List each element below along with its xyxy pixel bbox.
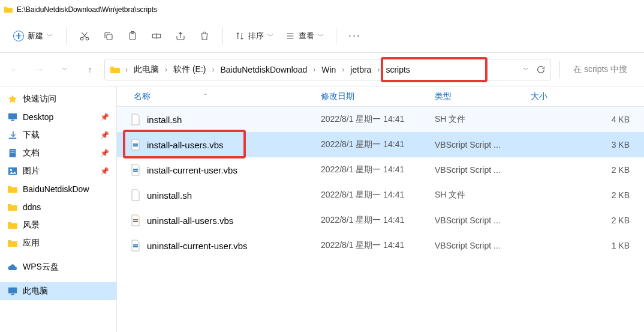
file-type: VBScript Script ... bbox=[435, 140, 531, 149]
breadcrumb-item[interactable]: jetbra bbox=[347, 62, 375, 77]
breadcrumb-item[interactable]: scripts bbox=[382, 62, 413, 77]
breadcrumb-item[interactable]: 此电脑 bbox=[130, 62, 162, 77]
copy-button[interactable] bbox=[98, 25, 119, 47]
file-type: SH 文件 bbox=[435, 114, 531, 125]
svg-rect-6 bbox=[8, 113, 17, 119]
chevron-down-icon: ﹀ bbox=[318, 32, 324, 40]
svg-rect-11 bbox=[10, 152, 14, 152]
file-name: uninstall-all-users.vbs bbox=[147, 216, 233, 226]
file-row[interactable]: uninstall-current-user.vbs2022/8/1 星期一 1… bbox=[117, 233, 644, 258]
chevron-down-icon[interactable]: ﹀ bbox=[523, 65, 529, 74]
download-icon bbox=[7, 130, 18, 140]
pc-icon bbox=[7, 286, 18, 296]
address-bar[interactable]: › 此电脑 › 软件 (E:) › BaiduNetdiskDownload ›… bbox=[104, 59, 551, 80]
file-type: SH 文件 bbox=[435, 190, 531, 201]
cut-button[interactable] bbox=[74, 25, 95, 47]
breadcrumb-item[interactable]: Win bbox=[318, 62, 339, 77]
file-row[interactable]: install-all-users.vbs2022/8/1 星期一 14:41V… bbox=[117, 132, 644, 157]
chevron-right-icon: › bbox=[165, 65, 167, 74]
sidebar-item-desktop[interactable]: Desktop 📌 bbox=[0, 108, 116, 126]
new-button[interactable]: 新建 ﹀ bbox=[7, 27, 59, 45]
chevron-right-icon: › bbox=[342, 65, 344, 74]
svg-rect-7 bbox=[11, 119, 14, 121]
file-row[interactable]: uninstall-all-users.vbs2022/8/1 星期一 14:4… bbox=[117, 208, 644, 233]
chevron-right-icon: › bbox=[125, 65, 128, 74]
view-button[interactable]: 查看 ﹀ bbox=[281, 27, 329, 45]
file-row[interactable]: install.sh2022/8/1 星期一 14:41SH 文件4 KB bbox=[117, 107, 644, 132]
chevron-right-icon: › bbox=[377, 65, 380, 74]
doc-icon bbox=[7, 148, 18, 158]
file-row[interactable]: install-current-user.vbs2022/8/1 星期一 14:… bbox=[117, 157, 644, 183]
back-button[interactable]: ← bbox=[4, 59, 25, 80]
recent-dropdown[interactable]: ﹀ bbox=[54, 59, 76, 80]
sidebar: 快速访问 Desktop 📌 下载 📌 文档 📌 图片 📌 BaiduNetdi… bbox=[0, 86, 117, 332]
search-input[interactable]: 在 scripts 中搜 bbox=[568, 59, 640, 80]
sidebar-item-wpscloud[interactable]: WPS云盘 bbox=[0, 258, 116, 276]
sidebar-item-folder[interactable]: BaiduNetdiskDow bbox=[0, 180, 116, 198]
view-label: 查看 bbox=[299, 31, 314, 41]
file-date: 2022/8/1 星期一 14:41 bbox=[321, 139, 435, 150]
file-size: 2 KB bbox=[531, 190, 644, 200]
pin-icon: 📌 bbox=[100, 131, 109, 139]
folder-icon bbox=[110, 65, 121, 74]
file-date: 2022/8/1 星期一 14:41 bbox=[321, 114, 435, 125]
sidebar-label: Desktop bbox=[23, 112, 53, 122]
forward-button[interactable]: → bbox=[29, 59, 50, 80]
breadcrumb-item[interactable]: BaiduNetdiskDownload bbox=[216, 62, 311, 77]
sidebar-label: 风景 bbox=[23, 220, 40, 231]
file-name: uninstall.sh bbox=[147, 190, 192, 201]
file-name: install.sh bbox=[147, 115, 182, 125]
chevron-right-icon: › bbox=[212, 65, 214, 74]
sidebar-item-folder[interactable]: 风景 bbox=[0, 216, 116, 234]
folder-icon bbox=[4, 5, 13, 14]
window-title: E:\BaiduNetdiskDownload\Win\jetbra\scrip… bbox=[17, 5, 157, 14]
file-size: 2 KB bbox=[531, 216, 644, 225]
breadcrumb-item[interactable]: 软件 (E:) bbox=[170, 62, 209, 77]
pin-icon: 📌 bbox=[100, 113, 109, 121]
svg-rect-14 bbox=[8, 288, 17, 294]
separator bbox=[222, 28, 223, 44]
view-icon bbox=[285, 31, 295, 41]
sidebar-label: WPS云盘 bbox=[23, 262, 59, 273]
desktop-icon bbox=[7, 112, 18, 122]
sidebar-label: 下载 bbox=[23, 130, 40, 140]
file-size: 3 KB bbox=[531, 140, 644, 149]
up-button[interactable]: ↑ bbox=[79, 59, 101, 80]
delete-button[interactable] bbox=[194, 25, 215, 47]
file-date: 2022/8/1 星期一 14:41 bbox=[321, 190, 435, 201]
chevron-down-icon: ﹀ bbox=[47, 32, 53, 40]
picture-icon bbox=[7, 166, 18, 176]
sidebar-item-pictures[interactable]: 图片 📌 bbox=[0, 162, 116, 180]
toolbar: 新建 ﹀ 排序 ﹀ 查看 ﹀ ··· bbox=[0, 19, 644, 53]
share-button[interactable] bbox=[170, 25, 191, 47]
sidebar-item-folder[interactable]: ddns bbox=[0, 198, 116, 216]
column-name[interactable]: 名称 bbox=[134, 91, 151, 102]
separator bbox=[559, 61, 560, 78]
file-row[interactable]: uninstall.sh2022/8/1 星期一 14:41SH 文件2 KB bbox=[117, 183, 644, 208]
sidebar-item-download[interactable]: 下载 📌 bbox=[0, 126, 116, 144]
rename-button[interactable] bbox=[146, 25, 167, 47]
titlebar: E:\BaiduNetdiskDownload\Win\jetbra\scrip… bbox=[0, 0, 644, 19]
sidebar-item-quickaccess[interactable]: 快速访问 bbox=[0, 90, 116, 108]
column-size[interactable]: 大小 bbox=[531, 91, 644, 102]
file-name: install-current-user.vbs bbox=[147, 165, 237, 175]
svg-rect-9 bbox=[10, 149, 16, 157]
sidebar-item-thispc[interactable]: 此电脑 bbox=[0, 282, 116, 300]
sidebar-label: 应用 bbox=[23, 238, 40, 249]
sidebar-item-documents[interactable]: 文档 📌 bbox=[0, 144, 116, 162]
column-type[interactable]: 类型 bbox=[435, 91, 531, 102]
sidebar-label: 文档 bbox=[23, 148, 40, 158]
folder-icon bbox=[7, 184, 18, 194]
refresh-button[interactable] bbox=[536, 65, 546, 74]
sort-button[interactable]: 排序 ﹀ bbox=[230, 27, 278, 45]
file-size: 2 KB bbox=[531, 165, 644, 175]
star-icon bbox=[7, 94, 18, 104]
column-date[interactable]: 修改日期 bbox=[321, 91, 435, 102]
new-label: 新建 bbox=[28, 31, 43, 41]
paste-button[interactable] bbox=[122, 25, 143, 47]
file-date: 2022/8/1 星期一 14:41 bbox=[321, 240, 435, 251]
navbar: ← → ﹀ ↑ › 此电脑 › 软件 (E:) › BaiduNetdiskDo… bbox=[0, 53, 644, 86]
more-button[interactable]: ··· bbox=[344, 29, 366, 42]
sidebar-item-folder[interactable]: 应用 bbox=[0, 234, 116, 252]
file-size: 4 KB bbox=[531, 115, 644, 124]
